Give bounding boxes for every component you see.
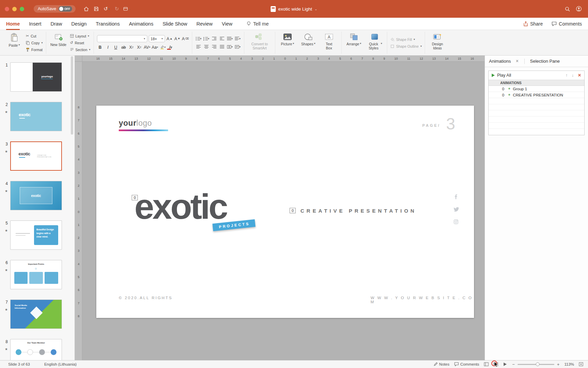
text-direction-button[interactable]: ▾ [234,35,241,42]
menu-tab[interactable]: Draw [51,18,62,30]
save-icon[interactable] [92,4,101,13]
bold-button[interactable]: B [97,44,103,50]
zoom-level[interactable]: 113% [564,362,574,366]
align-right-button[interactable] [211,44,217,50]
slide-logo[interactable]: yourlogo [119,119,152,128]
search-icon[interactable] [565,6,570,12]
format-painter-button[interactable]: Format [26,47,43,52]
arrange-button[interactable]: Arrange▾ [345,32,363,54]
change-case-button[interactable]: Aa▾ [152,44,158,50]
font-color-button[interactable]: A▾ [167,44,174,50]
redo-button[interactable]: ↻ [112,4,121,13]
design-ideas-button[interactable]: Design Ideas [428,32,446,54]
close-pane-icon[interactable]: ✕ [516,59,519,63]
share-button[interactable]: Share [523,21,543,27]
document-title-menu[interactable]: exotic wide Light ⌄ [271,0,317,18]
slide-title-text[interactable]: exotic [134,189,227,224]
undo-button[interactable]: ↺▾ [102,4,111,13]
menu-tab[interactable]: Home [6,18,20,30]
italic-button[interactable]: I [105,44,111,50]
shrink-font-button[interactable]: A▼ [174,35,181,42]
slide-thumbnail-5[interactable]: Beautiful Design begins with a clear min… [10,220,62,250]
subscript-button[interactable]: X2 [128,44,135,50]
underline-button[interactable]: U [113,44,119,50]
move-later-icon[interactable]: ↓ [572,73,574,78]
tab-animations[interactable]: Animations [489,59,511,64]
reset-button[interactable]: ↺ Reset [70,40,91,46]
zoom-slider-thumb[interactable] [536,363,540,366]
animation-item[interactable]: 0 ✶ Group 1 [489,86,584,92]
decrease-indent-button[interactable] [211,35,217,42]
zoom-slider[interactable] [518,364,554,365]
font-name-combobox[interactable]: ▾ [97,35,147,42]
slide-thumbnail-6[interactable]: Important Points [10,260,62,289]
strikethrough-button[interactable]: ab [120,44,127,50]
notes-button[interactable]: Notes [434,362,450,366]
justify-button[interactable] [219,44,225,50]
superscript-button[interactable]: X2 [136,44,143,50]
numbering-button[interactable]: ▾ [203,35,210,42]
layout-button[interactable]: Layout ▾ [70,33,91,39]
menu-tab[interactable]: Insert [29,18,41,30]
twitter-icon[interactable] [454,207,459,212]
grow-font-button[interactable]: A▲ [166,35,173,42]
slide-subtitle-text[interactable]: CREATIVE PRESENTATION [300,208,416,214]
character-spacing-button[interactable]: AV▾ [144,44,150,50]
home-icon[interactable] [82,4,91,13]
tell-me-button[interactable]: Tell me [246,21,269,27]
instagram-icon[interactable] [454,219,458,224]
section-button[interactable]: Section ▾ [70,47,91,52]
menu-tab[interactable]: Design [71,18,86,30]
language-indicator[interactable]: English (Lithuania) [44,362,77,366]
zoom-in-button[interactable]: + [557,362,560,367]
line-spacing-button[interactable]: ▾ [227,35,233,42]
status-comments-button[interactable]: Comments [454,362,479,366]
menu-tab[interactable]: Animations [129,18,153,30]
minimize-window-button[interactable] [12,7,17,11]
remove-animation-icon[interactable]: ✕ [578,73,581,78]
new-slide-button[interactable]: New Slide [49,32,68,54]
text-box-button[interactable]: A Text Box [320,32,338,54]
comments-button[interactable]: Comments [552,21,582,27]
quick-styles-button[interactable]: Quick Styles▾ [365,32,384,54]
facebook-icon[interactable] [454,194,458,199]
convert-to-smartart-button[interactable]: Convert to SmartArt [247,32,272,54]
shape-fill-button[interactable]: Shape Fill ▾ [390,36,422,42]
animation-order-badge[interactable]: 0 [290,208,296,213]
tab-selection-pane[interactable]: Selection Pane [530,59,560,64]
shapes-button[interactable]: Shapes▾ [299,32,317,54]
menu-tab[interactable]: View [222,18,232,30]
slide-thumbnail-4[interactable]: exotic [10,181,62,210]
clear-formatting-button[interactable]: A⌫ [182,35,189,42]
columns-button[interactable]: ▾ [227,44,233,50]
zoom-out-button[interactable]: − [512,362,515,367]
fit-slide-button[interactable] [579,362,583,366]
menu-tab[interactable]: Review [196,18,213,30]
zoom-window-button[interactable] [20,7,24,11]
slideshow-view-button[interactable] [503,362,507,366]
animation-item[interactable]: 0 ✶ CREATIVE PRESENTATION [489,92,584,98]
slide-thumbnail-8[interactable]: Our Team Member [10,339,62,360]
picture-button[interactable]: Picture▾ [278,32,297,54]
menu-tab[interactable]: Slide Show [163,18,187,30]
align-left-button[interactable] [195,44,202,50]
font-size-combobox[interactable]: 18+ ▾ [149,35,165,42]
close-window-button[interactable] [5,7,9,11]
slide-canvas[interactable]: yourlogo PAGE/ 3 0 exotic PROJECTS 0 CRE… [96,106,474,318]
increase-indent-button[interactable] [219,35,225,42]
customize-toolbar-button[interactable]: ⌄ [122,4,131,13]
align-center-button[interactable] [203,44,210,50]
slide-thumbnail-7[interactable]: Social Media Information [10,300,62,329]
bullets-button[interactable]: ▾ [195,35,202,42]
slide-thumbnail-3-selected[interactable]: exotic CREATIVE PRESENTATION [10,141,62,171]
shape-outline-button[interactable]: Shape Outline ▾ [390,43,422,49]
move-earlier-icon[interactable]: ↑ [566,73,568,78]
text-highlight-button[interactable]: ▾ [160,44,166,50]
cut-button[interactable]: ✂ Cut [26,33,43,39]
thumbnail-scrollbar[interactable] [71,56,73,135]
paste-button[interactable]: Paste▾ [5,32,23,54]
normal-view-button[interactable] [484,362,489,366]
play-all-button[interactable]: Play All [497,73,511,78]
slide-thumbnail-1[interactable]: yourlogo [10,62,62,92]
account-icon[interactable] [576,6,582,12]
